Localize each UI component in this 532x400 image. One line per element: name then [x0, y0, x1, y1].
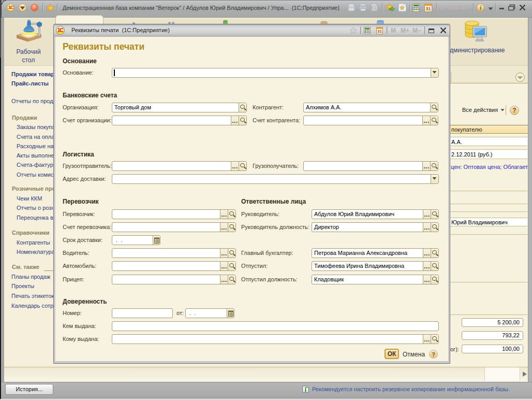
svg-text:31: 31 [425, 6, 431, 11]
svg-text:31: 31 [377, 29, 382, 34]
